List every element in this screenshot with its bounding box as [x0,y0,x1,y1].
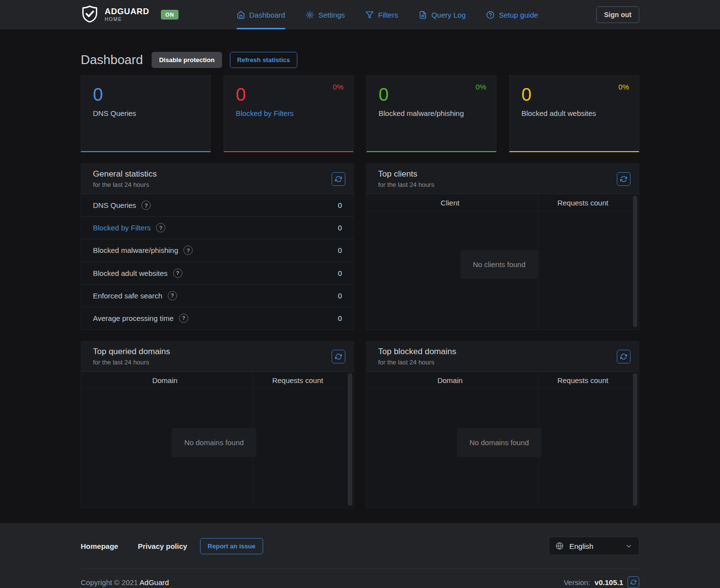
stat-label: DNS Queries [93,201,136,209]
panel-title: Top blocked domains [378,347,456,357]
document-icon [419,11,427,19]
empty-state: No domains found [172,428,257,457]
version-info: Version: v0.105.1 [563,576,639,588]
stat-label: Blocked adult websites [93,269,168,277]
stat-label-link[interactable]: Blocked by Filters [93,224,151,232]
stat-row-safe-search: Enforced safe search? 0 [81,284,354,307]
nav-query-log[interactable]: Query Log [419,0,466,29]
scrollbar-thumb[interactable] [633,196,637,327]
funnel-icon [365,11,374,19]
adguard-home-logo[interactable]: ADGUARD HOME ON [81,5,179,25]
stat-row-dns-queries: DNS Queries? 0 [81,194,354,216]
nav-filters[interactable]: Filters [365,0,398,29]
help-circle-icon [486,11,495,19]
card-percent: 0% [333,83,343,91]
brand-title: ADGUARD [105,7,149,16]
sign-out-button[interactable]: Sign out [596,6,639,23]
card-label: DNS Queries [93,109,136,117]
main-nav: Dashboard Settings Filters [237,0,539,29]
blocked-domains-table: Domain Requests count No domains found [366,372,639,508]
card-blocked-by-filters: 0% 0 Blocked by Filters [224,75,354,152]
stat-value: 0 [338,224,342,232]
refresh-icon[interactable] [617,350,630,363]
nav-label: Setup guide [499,11,538,19]
chevron-down-icon [625,543,632,550]
scrollbar-thumb[interactable] [633,373,637,506]
disable-protection-button[interactable]: Disable protection [152,52,222,68]
panel-subtitle: for the last 24 hours [378,359,456,366]
adguard-link[interactable]: AdGuard [139,578,169,587]
card-value: 0 [93,85,199,106]
privacy-policy-link[interactable]: Privacy policy [138,542,187,550]
scrollbar [348,373,352,506]
panels-row-2: Top queried domains for the last 24 hour… [81,341,639,508]
panel-subtitle: for the last 24 hours [93,359,170,366]
scrollbar-thumb[interactable] [348,373,352,506]
refresh-icon[interactable] [332,172,345,186]
card-percent: 0% [618,83,629,91]
help-icon[interactable]: ? [179,314,188,323]
refresh-icon[interactable] [332,350,345,363]
panel-header: Top clients for the last 24 hours [366,164,639,194]
panel-subtitle: for the last 24 hours [378,181,434,188]
shield-check-icon [81,5,99,25]
home-icon [237,11,245,19]
help-icon[interactable]: ? [156,223,165,232]
stat-value: 0 [338,246,342,254]
stat-row-blocked-by-filters: Blocked by Filters? 0 [81,216,354,239]
refresh-icon[interactable] [617,172,630,186]
refresh-statistics-button[interactable]: Refresh statistics [230,52,297,68]
panel-header: Top queried domains for the last 24 hour… [81,341,354,372]
column-header-client: Client [366,199,534,207]
check-update-icon[interactable] [628,576,639,588]
version-label: Version: [563,578,590,587]
scrollbar [633,196,637,327]
scrollbar [633,373,637,506]
card-value: 0 [379,85,484,106]
card-blocked-malware: 0% 0 Blocked malware/phishing [366,75,496,152]
column-header-requests: Requests count [534,376,632,384]
brand-subtitle: HOME [105,17,149,22]
card-label-link[interactable]: Blocked by Filters [236,109,293,117]
column-header-domain: Domain [81,376,248,384]
card-blocked-adult: 0% 0 Blocked adult websites [509,75,639,152]
help-icon[interactable]: ? [173,269,182,278]
table-header: Domain Requests count [81,372,347,389]
stat-row-blocked-adult: Blocked adult websites? 0 [81,262,354,284]
nav-settings[interactable]: Settings [306,0,345,29]
homepage-link[interactable]: Homepage [81,542,118,550]
table-header: Client Requests count [366,194,632,211]
stat-value: 0 [338,269,342,277]
stat-label: Average processing time [93,314,174,322]
panel-title: Top queried domains [93,347,170,357]
queried-domains-table: Domain Requests count No domains found [81,372,354,508]
clients-table: Client Requests count No clients found [366,194,639,329]
report-issue-button[interactable]: Report an issue [200,538,264,554]
help-icon[interactable]: ? [141,201,151,210]
card-value: 0 [236,85,341,106]
nav-setup-guide[interactable]: Setup guide [486,0,538,29]
card-percent: 0% [475,83,486,91]
stat-cards: 0 DNS Queries 0% 0 Blocked by Filters 0%… [81,75,639,152]
card-label: Blocked adult websites [521,109,596,117]
card-value: 0 [521,85,627,106]
stat-row-avg-processing-time: Average processing time? 0 [81,307,354,329]
stat-label: Blocked malware/phishing [93,246,178,254]
panel-title: General statistics [93,169,157,179]
language-select[interactable]: English [549,537,639,555]
general-statistics-panel: General statistics for the last 24 hours… [81,163,354,330]
stat-row-blocked-malware: Blocked malware/phishing? 0 [81,239,354,261]
copyright-prefix: Copyright © 2021 [81,578,138,587]
column-header-requests: Requests count [248,376,347,384]
stat-value: 0 [338,292,342,300]
help-icon[interactable]: ? [168,291,177,300]
copyright-text: Copyright © 2021 AdGuard [81,578,169,587]
stat-value: 0 [338,201,342,209]
nav-dashboard[interactable]: Dashboard [237,0,285,29]
panel-header: Top blocked domains for the last 24 hour… [366,341,639,372]
help-icon[interactable]: ? [183,246,193,255]
panel-header: General statistics for the last 24 hours [81,164,354,194]
table-body: No domains found [366,389,632,508]
app-header: ADGUARD HOME ON Dashboard [0,0,720,29]
panels-row-1: General statistics for the last 24 hours… [81,163,639,330]
